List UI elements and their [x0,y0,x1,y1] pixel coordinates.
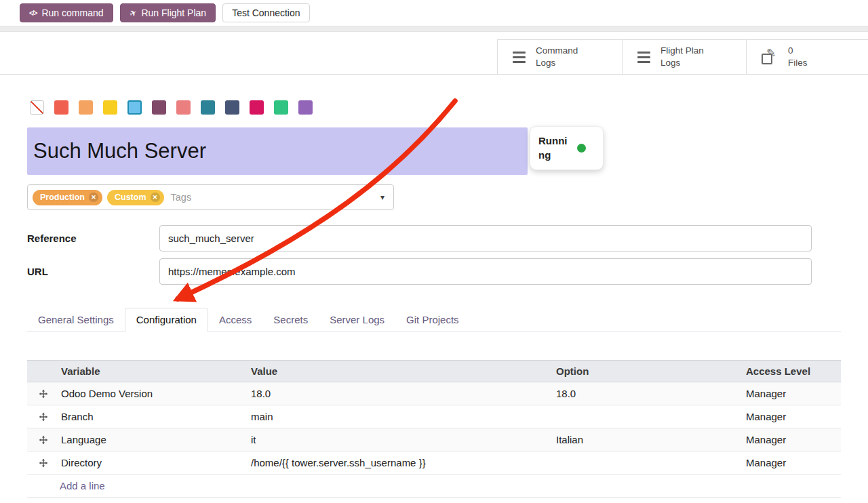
status-label: Running [538,134,571,162]
table-row[interactable]: Branch main Manager [27,405,841,428]
drag-handle-icon[interactable] [27,412,60,422]
run-command-button[interactable]: </> Run command [20,3,113,22]
header-access-level: Access Level [745,365,841,377]
tag-production: Production ✕ [33,190,102,205]
color-swatch-lightblue-selected[interactable] [127,100,142,115]
notebook-tabs: General Settings Configuration Access Se… [27,308,841,332]
files-button[interactable]: ✎ 0 Files [746,40,868,74]
run-flight-plan-label: Run Flight Plan [141,7,206,18]
cell-option: Italian [555,434,745,445]
tag-production-label: Production [40,193,85,202]
cell-value: 18.0 [250,388,555,399]
code-icon: </> [29,9,37,17]
table-row[interactable]: Language it Italian Manager [27,428,841,451]
cell-value: main [250,411,555,422]
flight-plan-logs-label: Flight Plan Logs [660,45,704,68]
reference-input[interactable] [159,225,812,252]
url-input[interactable] [159,258,812,285]
color-swatch-darkpurple[interactable] [152,100,166,115]
table-row[interactable]: Odoo Demo Version 18.0 18.0 Manager [27,382,841,405]
color-swatch-navy[interactable] [225,100,239,115]
color-swatch-yellow[interactable] [103,100,117,115]
tags-placeholder: Tags [171,192,192,203]
cell-option: 18.0 [555,388,745,399]
flight-plan-logs-button[interactable]: Flight Plan Logs [622,40,746,74]
screen: </> Run command ✈ Run Flight Plan Test C… [0,0,868,503]
status-widget[interactable]: Running [530,126,604,170]
status-dot-icon [577,144,586,153]
color-swatch-none[interactable] [30,100,44,115]
cell-variable: Language [60,434,250,445]
header-variable: Variable [60,365,250,377]
drag-handle-icon[interactable] [27,389,60,399]
cell-variable: Branch [60,411,250,422]
control-panel: Command Logs Flight Plan Logs ✎ 0 File [0,32,868,75]
server-name-field[interactable]: Such Much Server [27,127,528,175]
menu-lines-icon [637,52,650,63]
tab-git-projects[interactable]: Git Projects [395,308,470,331]
test-connection-label: Test Connection [232,7,300,18]
tags-field[interactable]: Production ✕ Custom ✕ Tags ▾ [27,184,394,210]
reference-label: Reference [27,225,77,252]
url-label: URL [27,258,48,285]
tab-general-settings[interactable]: General Settings [27,308,125,331]
tag-custom: Custom ✕ [107,190,164,205]
color-swatch-teal[interactable] [201,100,215,115]
divider-band [0,26,868,32]
header-option: Option [555,365,745,377]
tab-access[interactable]: Access [208,308,262,331]
menu-lines-icon [513,52,526,63]
tag-custom-label: Custom [115,193,146,202]
stat-buttons: Command Logs Flight Plan Logs ✎ 0 File [497,39,868,74]
command-logs-label: Command Logs [536,45,578,68]
color-swatch-salmon[interactable] [176,100,191,115]
tab-configuration[interactable]: Configuration [125,308,208,332]
color-swatch-red[interactable] [54,100,68,115]
add-a-line-link[interactable]: Add a line [60,480,105,491]
color-swatch-magenta[interactable] [250,100,264,115]
drag-handle-icon[interactable] [27,458,60,468]
color-swatch-purple[interactable] [298,100,313,115]
header-value: Value [250,365,555,377]
files-label: 0 Files [788,45,808,68]
cell-access: Manager [745,411,841,422]
remove-tag-icon[interactable]: ✕ [89,193,98,202]
add-a-line-row: Add a line [27,475,841,498]
cell-variable: Directory [60,457,250,468]
run-command-label: Run command [41,7,103,18]
configuration-table: Variable Value Option Access Level Odoo … [27,360,841,498]
edit-pencil-icon: ✎ [762,49,778,65]
paper-plane-icon: ✈ [127,7,139,19]
test-connection-button[interactable]: Test Connection [222,3,309,22]
tab-server-logs[interactable]: Server Logs [319,308,395,331]
run-flight-plan-button[interactable]: ✈ Run Flight Plan [120,3,216,22]
color-swatch-orange[interactable] [79,100,93,115]
remove-tag-icon[interactable]: ✕ [151,193,160,202]
cell-value: /home/{{ tower.server.ssh_username }} [250,457,555,468]
drag-handle-icon[interactable] [27,435,60,445]
color-palette [30,100,313,115]
color-swatch-green[interactable] [274,100,288,115]
chevron-down-icon[interactable]: ▾ [380,193,384,202]
tab-secrets[interactable]: Secrets [262,308,319,331]
cell-value: it [250,434,555,445]
cell-access: Manager [745,457,841,468]
cell-access: Manager [745,434,841,445]
cell-variable: Odoo Demo Version [60,388,250,399]
action-bar: </> Run command ✈ Run Flight Plan Test C… [0,0,868,26]
table-header-row: Variable Value Option Access Level [27,360,841,382]
table-row[interactable]: Directory /home/{{ tower.server.ssh_user… [27,451,841,475]
table-body: Odoo Demo Version 18.0 18.0 Manager Bran… [27,382,841,475]
command-logs-button[interactable]: Command Logs [497,40,622,74]
cell-access: Manager [745,388,841,399]
